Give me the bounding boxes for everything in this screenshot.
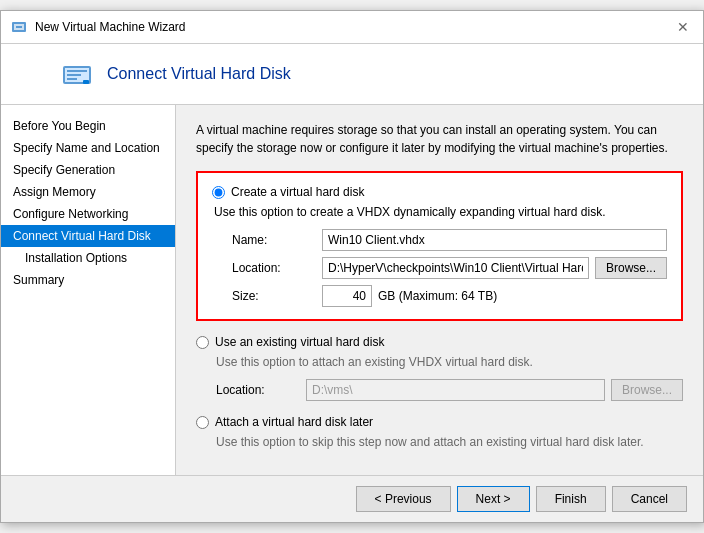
attach-later-label[interactable]: Attach a virtual hard disk later [215, 415, 373, 429]
sidebar-item-before-you-begin[interactable]: Before You Begin [1, 115, 175, 137]
attach-later-description: Use this option to skip this step now an… [196, 435, 683, 449]
svg-rect-5 [67, 70, 87, 72]
sidebar-item-connect-vhd[interactable]: Connect Virtual Hard Disk [1, 225, 175, 247]
sidebar-item-specify-generation[interactable]: Specify Generation [1, 159, 175, 181]
existing-vhd-description: Use this option to attach an existing VH… [196, 355, 683, 369]
sidebar-item-configure-networking[interactable]: Configure Networking [1, 203, 175, 225]
previous-button[interactable]: < Previous [356, 486, 451, 512]
svg-rect-6 [67, 74, 81, 76]
create-vhd-form: Name: Location: Browse... Size: GB ( [212, 229, 667, 307]
cancel-button[interactable]: Cancel [612, 486, 687, 512]
create-vhd-radio[interactable] [212, 186, 225, 199]
footer: < Previous Next > Finish Cancel [1, 475, 703, 522]
existing-location-label: Location: [216, 383, 296, 397]
existing-location-row: Browse... [306, 379, 683, 401]
name-label: Name: [232, 233, 312, 247]
existing-vhd-label[interactable]: Use an existing virtual hard disk [215, 335, 384, 349]
create-vhd-label[interactable]: Create a virtual hard disk [231, 185, 364, 199]
svg-rect-2 [16, 26, 22, 28]
browse-button[interactable]: Browse... [595, 257, 667, 279]
page-title: Connect Virtual Hard Disk [107, 65, 291, 83]
size-label: Size: [232, 289, 312, 303]
size-input[interactable] [322, 285, 372, 307]
close-button[interactable]: ✕ [673, 19, 693, 35]
location-input[interactable] [322, 257, 589, 279]
sidebar-item-installation-options[interactable]: Installation Options [1, 247, 175, 269]
title-bar: New Virtual Machine Wizard ✕ [1, 11, 703, 44]
create-vhd-option: Create a virtual hard disk Use this opti… [196, 171, 683, 321]
finish-button[interactable]: Finish [536, 486, 606, 512]
window-icon [11, 19, 27, 35]
size-row: GB (Maximum: 64 TB) [322, 285, 667, 307]
create-vhd-description: Use this option to create a VHDX dynamic… [212, 205, 667, 219]
sidebar-item-specify-name[interactable]: Specify Name and Location [1, 137, 175, 159]
location-row: Browse... [322, 257, 667, 279]
size-unit: GB (Maximum: 64 TB) [378, 289, 497, 303]
middle-area: Before You Begin Specify Name and Locati… [1, 105, 703, 475]
name-input[interactable] [322, 229, 667, 251]
window-title: New Virtual Machine Wizard [35, 20, 186, 34]
sidebar-item-summary[interactable]: Summary [1, 269, 175, 291]
create-vhd-radio-row: Create a virtual hard disk [212, 185, 667, 199]
window-body: Connect Virtual Hard Disk Before You Beg… [1, 44, 703, 522]
page-description: A virtual machine requires storage so th… [196, 121, 683, 157]
header-icon [61, 58, 93, 90]
title-bar-left: New Virtual Machine Wizard [11, 19, 186, 35]
svg-rect-8 [83, 80, 89, 84]
location-label: Location: [232, 261, 312, 275]
name-row [322, 229, 667, 251]
existing-vhd-radio-row: Use an existing virtual hard disk [196, 335, 683, 349]
wizard-window: New Virtual Machine Wizard ✕ Connect Vir… [0, 10, 704, 523]
attach-later-option: Attach a virtual hard disk later Use thi… [196, 415, 683, 449]
existing-browse-button: Browse... [611, 379, 683, 401]
existing-vhd-form: Location: Browse... [196, 379, 683, 401]
sidebar: Before You Begin Specify Name and Locati… [1, 105, 176, 475]
attach-later-radio[interactable] [196, 416, 209, 429]
existing-location-input [306, 379, 605, 401]
sidebar-item-assign-memory[interactable]: Assign Memory [1, 181, 175, 203]
attach-later-radio-row: Attach a virtual hard disk later [196, 415, 683, 429]
main-content: A virtual machine requires storage so th… [176, 105, 703, 475]
svg-rect-7 [67, 78, 77, 80]
page-header: Connect Virtual Hard Disk [1, 44, 703, 105]
existing-vhd-option: Use an existing virtual hard disk Use th… [196, 335, 683, 401]
next-button[interactable]: Next > [457, 486, 530, 512]
existing-vhd-radio[interactable] [196, 336, 209, 349]
